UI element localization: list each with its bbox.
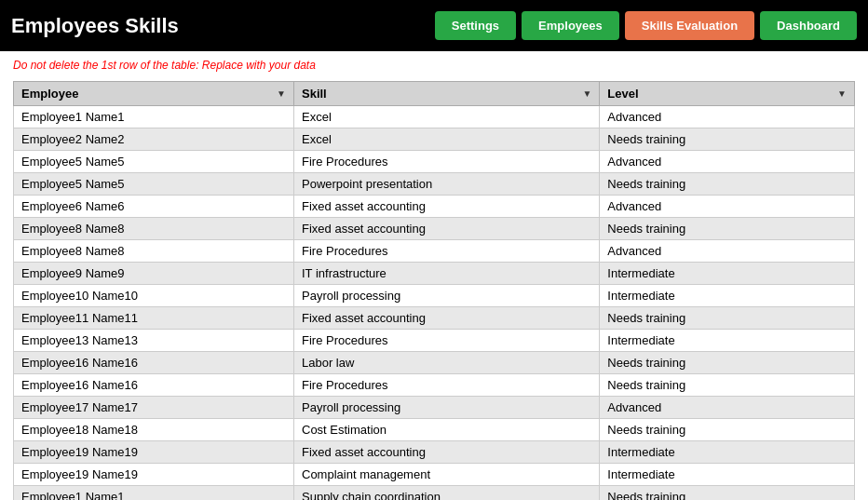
cell-level: Needs training [600,374,855,397]
cell-employee: Employee19 Name19 [14,464,294,486]
cell-employee: Employee5 Name5 [14,173,294,196]
table-row: Employee13 Name13Fire ProceduresIntermed… [14,330,855,352]
cell-skill: Powerpoint presentation [294,173,600,196]
cell-level: Needs training [600,352,855,374]
cell-employee: Employee8 Name8 [14,218,294,240]
warning-message: Do not delete the 1st row of the table: … [0,51,868,75]
cell-level: Intermediate [600,263,855,285]
cell-skill: Fixed asset accounting [294,441,600,464]
table-row: Employee6 Name6Fixed asset accountingAdv… [14,196,855,218]
page-title: Employees Skills [11,14,435,38]
cell-skill: Fire Procedures [294,240,600,263]
cell-level: Advanced [600,106,855,128]
cell-level: Needs training [600,128,855,151]
cell-skill: Fixed asset accounting [294,307,600,330]
cell-skill: Fixed asset accounting [294,196,600,218]
table-row: Employee16 Name16Labor lawNeeds training [14,352,855,374]
table-header-row: Employee ▼ Skill ▼ Level ▼ [14,82,855,106]
table-container: Employee ▼ Skill ▼ Level ▼ [0,75,868,500]
dashboard-button[interactable]: Dashboard [760,11,857,40]
cell-level: Needs training [600,486,855,501]
table-row: Employee8 Name8Fire ProceduresAdvanced [14,240,855,263]
table-row: Employee19 Name19Fixed asset accountingI… [14,441,855,464]
cell-level: Needs training [600,307,855,330]
level-filter-icon[interactable]: ▼ [837,88,847,99]
table-row: Employee5 Name5Fire ProceduresAdvanced [14,151,855,173]
cell-level: Advanced [600,151,855,173]
table-row: Employee18 Name18Cost EstimationNeeds tr… [14,419,855,441]
cell-employee: Employee13 Name13 [14,330,294,352]
table-row: Employee1 Name1Supply chain coordination… [14,486,855,501]
cell-skill: Excel [294,106,600,128]
cell-skill: Excel [294,128,600,151]
table-row: Employee10 Name10Payroll processingInter… [14,285,855,307]
table-row: Employee1 Name1ExcelAdvanced [14,106,855,128]
cell-level: Intermediate [600,441,855,464]
header: Employees Skills Settings Employees Skil… [0,0,868,51]
table-row: Employee19 Name19Complaint managementInt… [14,464,855,486]
cell-skill: Fire Procedures [294,151,600,173]
col-header-level[interactable]: Level ▼ [600,82,855,106]
table-row: Employee17 Name17Payroll processingAdvan… [14,397,855,419]
table-body: Employee1 Name1ExcelAdvancedEmployee2 Na… [14,106,855,501]
nav-buttons: Settings Employees Skills Evaluation Das… [435,11,857,40]
cell-employee: Employee11 Name11 [14,307,294,330]
cell-skill: Payroll processing [294,285,600,307]
cell-skill: Supply chain coordination [294,486,600,501]
cell-employee: Employee10 Name10 [14,285,294,307]
col-header-skill[interactable]: Skill ▼ [294,82,600,106]
cell-employee: Employee9 Name9 [14,263,294,285]
settings-button[interactable]: Settings [435,11,516,40]
cell-level: Advanced [600,397,855,419]
cell-level: Needs training [600,419,855,441]
col-header-employee[interactable]: Employee ▼ [14,82,294,106]
cell-employee: Employee17 Name17 [14,397,294,419]
table-row: Employee5 Name5Powerpoint presentationNe… [14,173,855,196]
skill-filter-icon[interactable]: ▼ [582,88,591,99]
cell-level: Advanced [600,240,855,263]
cell-skill: Fire Procedures [294,374,600,397]
table-row: Employee11 Name11Fixed asset accountingN… [14,307,855,330]
cell-skill: Labor law [294,352,600,374]
cell-employee: Employee19 Name19 [14,441,294,464]
employees-button[interactable]: Employees [522,11,619,40]
cell-skill: IT infrastructure [294,263,600,285]
cell-employee: Employee16 Name16 [14,374,294,397]
cell-level: Intermediate [600,285,855,307]
table-row: Employee8 Name8Fixed asset accountingNee… [14,218,855,240]
table-row: Employee9 Name9IT infrastructureIntermed… [14,263,855,285]
cell-level: Needs training [600,218,855,240]
table-row: Employee16 Name16Fire ProceduresNeeds tr… [14,374,855,397]
cell-employee: Employee1 Name1 [14,106,294,128]
table-row: Employee2 Name2ExcelNeeds training [14,128,855,151]
cell-skill: Complaint management [294,464,600,486]
cell-employee: Employee5 Name5 [14,151,294,173]
cell-employee: Employee18 Name18 [14,419,294,441]
cell-skill: Payroll processing [294,397,600,419]
cell-employee: Employee2 Name2 [14,128,294,151]
cell-level: Advanced [600,196,855,218]
skills-evaluation-button[interactable]: Skills Evaluation [625,11,754,40]
cell-employee: Employee1 Name1 [14,486,294,501]
cell-employee: Employee8 Name8 [14,240,294,263]
cell-level: Intermediate [600,330,855,352]
cell-skill: Fixed asset accounting [294,218,600,240]
skills-table: Employee ▼ Skill ▼ Level ▼ [13,81,855,500]
cell-level: Intermediate [600,464,855,486]
cell-employee: Employee6 Name6 [14,196,294,218]
employee-filter-icon[interactable]: ▼ [277,88,286,99]
cell-skill: Fire Procedures [294,330,600,352]
cell-employee: Employee16 Name16 [14,352,294,374]
cell-level: Needs training [600,173,855,196]
cell-skill: Cost Estimation [294,419,600,441]
